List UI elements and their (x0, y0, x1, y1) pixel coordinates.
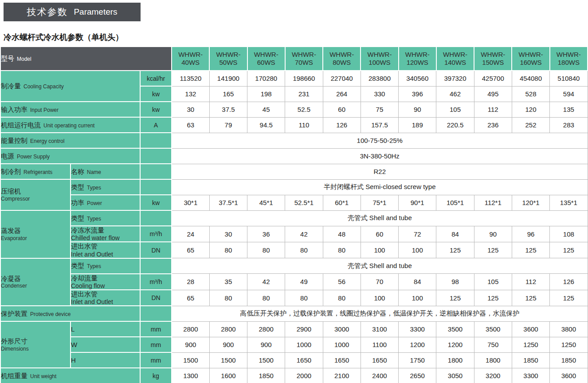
value-cell: 125 (550, 290, 588, 306)
value-cell: 1500 (209, 352, 247, 368)
value-cell: 1500 (172, 352, 209, 368)
row-sub-label: W (71, 337, 140, 352)
value-cell: 1250 (512, 337, 549, 352)
value-cell: 236 (474, 117, 512, 133)
row-group-label-en: Compressor (1, 196, 70, 202)
value-cell: 112*1 (474, 195, 512, 210)
unit-cell: A (140, 117, 172, 133)
unit-cell: kw (140, 195, 172, 210)
row-sub-label: L (71, 321, 140, 337)
row-sub-label-zh: W (71, 341, 77, 348)
row-sub-label-zh: 名称 (71, 168, 84, 175)
unit-cell (140, 210, 172, 226)
value-cell: 125 (474, 290, 512, 306)
model-column-header: WHWR- 150WS (474, 47, 512, 71)
value-cell: 105 (436, 102, 474, 117)
row-group-label-en: Protective device (30, 311, 71, 317)
value-cell: 28 (172, 274, 209, 290)
value-cell: 98 (436, 274, 474, 290)
value-cell: 3100 (361, 321, 398, 337)
value-cell: 3200 (474, 368, 512, 383)
unit-cell: kg (140, 368, 172, 383)
value-cell: 72 (399, 226, 436, 242)
value-cell: 594 (550, 86, 588, 102)
row-group-label-en: Unit weight (30, 373, 56, 379)
table-row: Hmm1500150015001650165016501750180018001… (0, 352, 588, 368)
value-cell: 70 (361, 274, 398, 290)
row-group-label-en: Energy control (30, 138, 64, 144)
table-row: 功率Powerkw30*137.5*145*152.5*160*175*190*… (0, 195, 588, 210)
row-group-label: 冷凝器Condenser (0, 258, 71, 306)
row-group-label-en: Condenser (1, 283, 70, 289)
row-group-label-en: Cooling Capacity (24, 83, 64, 90)
model-column-header: WHWR- 40WS (172, 47, 209, 71)
row-group-label: 电源Power Supply (0, 148, 140, 164)
row-group-label: 保护装置Protective device (0, 306, 140, 321)
value-cell: 3500 (436, 321, 474, 337)
row-sub-label: 功率Power (71, 195, 140, 210)
value-cell: 65 (172, 290, 209, 306)
value-cell: 2900 (285, 321, 323, 337)
row-sub-label-en: Inlet and Outlet (71, 251, 140, 258)
value-cell: 52.5 (285, 102, 323, 117)
row-group-label-zh: 冷凝器 (1, 275, 21, 282)
table-row: 电源Power Supply3N-380-50Hz (0, 148, 588, 164)
value-cell: 1850 (512, 352, 549, 368)
unit-cell: m³/h (140, 226, 172, 242)
spec-table: 型号Model WHWR- 40WSWHWR- 50WSWHWR- 60WSWH… (0, 46, 588, 383)
row-group-label-zh: 能量控制 (1, 137, 27, 144)
value-cell: 75*1 (361, 195, 398, 210)
value-cell: 30*1 (172, 195, 209, 210)
value-cell: 125 (512, 242, 549, 258)
value-cell: 425700 (474, 71, 512, 86)
row-group-label: 蒸发器Evaporator (0, 210, 71, 258)
value-cell: 80 (323, 242, 361, 258)
value-cell: 3500 (474, 321, 512, 337)
value-cell: 227040 (323, 71, 361, 86)
value-cell: 135 (550, 102, 588, 117)
table-row: 冷凝器Condenser类型Types壳管式 Shell and tube (0, 258, 588, 274)
merged-value-cell: R22 (172, 164, 588, 179)
value-cell: 2000 (285, 368, 323, 383)
value-cell: 252 (512, 117, 549, 133)
unit-cell: m³/h (140, 274, 172, 290)
row-group-label-zh: 蒸发器 (1, 227, 21, 234)
row-group-label-zh: 外形尺寸 (1, 337, 27, 345)
value-cell: 1300 (172, 368, 209, 383)
value-cell: 65 (172, 242, 209, 258)
row-group-label-zh: 电源 (1, 152, 14, 160)
model-header-zh: 型号 (1, 55, 14, 62)
unit-cell (140, 306, 172, 321)
value-cell: 510840 (550, 71, 588, 86)
row-sub-label: H (71, 352, 140, 368)
value-cell: 80 (323, 290, 361, 306)
value-cell: 100 (361, 242, 398, 258)
row-sub-label-zh: L (71, 325, 74, 333)
table-row: 输入功率Input Powerkw3037.54552.560759010511… (0, 102, 588, 117)
value-cell: 125 (550, 242, 588, 258)
row-sub-label-en: Cooling flow (71, 282, 140, 289)
value-cell: 36 (247, 226, 285, 242)
table-row: 蒸发器Evaporator类型Types壳管式 Shell and tube (0, 210, 588, 226)
value-cell: 90 (399, 102, 436, 117)
row-sub-label-en: Types (87, 263, 101, 269)
value-cell: 45 (247, 102, 285, 117)
value-cell: 2100 (323, 368, 361, 383)
value-cell: 900 (209, 337, 247, 352)
value-cell: 105*1 (436, 195, 474, 210)
row-group-label: 能量控制Energy control (0, 133, 140, 148)
value-cell: 2400 (361, 368, 398, 383)
row-sub-label: 进出水管Inlet and Outlet (71, 290, 140, 306)
row-group-label-zh: 机组运行电流 (1, 121, 41, 129)
value-cell: 80 (285, 242, 323, 258)
table-row: 保护装置Protective device高低压开关保护，过载保护装置，线圈过热… (0, 306, 588, 321)
row-group-label-zh: 制冷量 (1, 82, 21, 90)
value-cell: 37.5*1 (209, 195, 247, 210)
section-banner: 技术参数 Parameters (4, 3, 141, 21)
value-cell: 220.5 (436, 117, 474, 133)
unit-cell (140, 179, 172, 195)
value-cell: 42 (247, 274, 285, 290)
row-sub-label-zh: 冷却流量 (71, 274, 98, 282)
table-row: 制冷剂Refrigerants名称NameR22 (0, 164, 588, 179)
row-group-label-en: Evaporator (1, 236, 70, 242)
